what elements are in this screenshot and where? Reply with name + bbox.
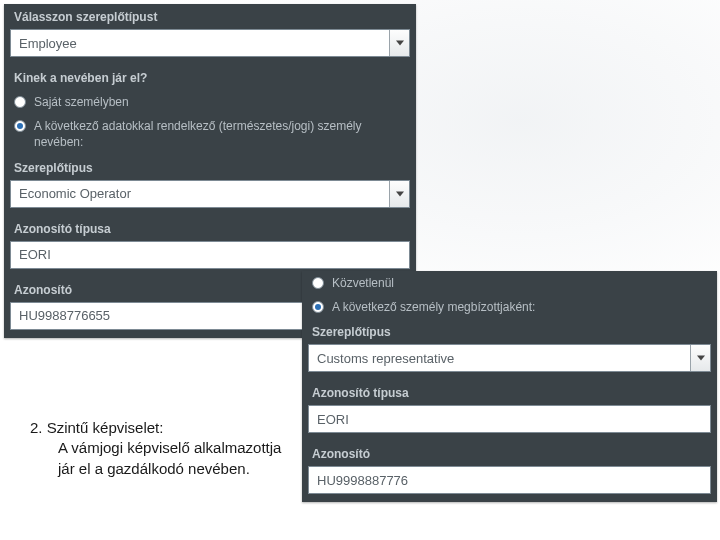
radio-icon[interactable] — [312, 277, 324, 289]
annotation-text: 2. Szintű képviselet: A vámjogi képvisel… — [30, 418, 290, 479]
right-form-panel: Közvetlenül A következő személy megbízot… — [302, 271, 717, 502]
chevron-down-icon[interactable] — [389, 30, 409, 56]
note-line2: A vámjogi képviselő alkalmazottja jár el… — [30, 438, 290, 479]
id-type-value: EORI — [11, 247, 409, 262]
id-type-field[interactable]: EORI — [10, 241, 410, 269]
id-field-r[interactable]: HU9998887776 — [308, 466, 711, 494]
label-actor-type-r: Szereplőtípus — [302, 319, 717, 344]
label-behalf: Kinek a nevében jár el? — [4, 65, 416, 90]
actor-type-select[interactable]: Economic Operator — [10, 180, 410, 208]
label-id-r: Azonosító — [302, 441, 717, 466]
radio-self-label: Saját személyben — [34, 94, 129, 110]
radio-direct-label: Közvetlenül — [332, 275, 394, 291]
label-id-type-r: Azonosító típusa — [302, 380, 717, 405]
label-id-type: Azonosító típusa — [4, 216, 416, 241]
actor-type-value: Economic Operator — [11, 186, 389, 201]
id-type-field-r[interactable]: EORI — [308, 405, 711, 433]
radio-icon[interactable] — [312, 301, 324, 313]
radio-self-row[interactable]: Saját személyben — [4, 90, 416, 114]
chevron-down-icon[interactable] — [389, 181, 409, 207]
radio-direct-row[interactable]: Közvetlenül — [302, 271, 717, 295]
note-line1: 2. Szintű képviselet: — [30, 419, 163, 436]
chevron-down-icon[interactable] — [690, 345, 710, 371]
role-type-select[interactable]: Employee — [10, 29, 410, 57]
actor-type-value-r: Customs representative — [309, 351, 690, 366]
label-actor-type: Szereplőtípus — [4, 155, 416, 180]
id-type-value-r: EORI — [309, 412, 710, 427]
actor-type-select-r[interactable]: Customs representative — [308, 344, 711, 372]
radio-agent-row[interactable]: A következő személy megbízottjaként: — [302, 295, 717, 319]
radio-icon[interactable] — [14, 96, 26, 108]
radio-icon[interactable] — [14, 120, 26, 132]
role-type-value: Employee — [11, 36, 389, 51]
id-value-r: HU9998887776 — [309, 473, 710, 488]
radio-other-label: A következő adatokkal rendelkező (termés… — [34, 118, 406, 150]
radio-agent-label: A következő személy megbízottjaként: — [332, 299, 535, 315]
label-role-type: Válasszon szereplőtípust — [4, 4, 416, 29]
radio-other-row[interactable]: A következő adatokkal rendelkező (termés… — [4, 114, 416, 154]
